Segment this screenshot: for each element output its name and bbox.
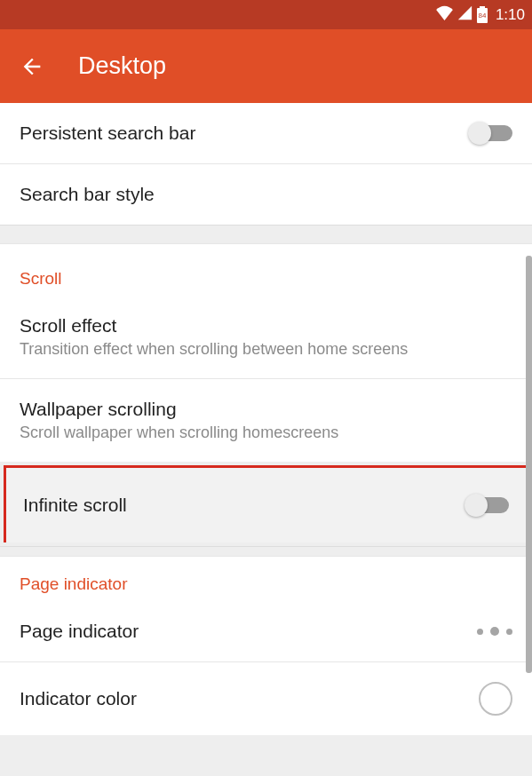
dot-icon xyxy=(506,629,512,635)
toggle-infinite-scroll[interactable] xyxy=(468,497,509,513)
settings-list: Persistent search bar Search bar style S… xyxy=(0,103,532,735)
section-gap xyxy=(0,546,532,557)
row-wallpaper-scrolling[interactable]: Wallpaper scrolling Scroll wallpaper whe… xyxy=(0,379,532,462)
svg-text:84: 84 xyxy=(478,12,486,20)
page-indicator-preview xyxy=(477,627,512,636)
row-subtitle: Transition effect when scrolling between… xyxy=(20,340,512,359)
row-title: Infinite scroll xyxy=(23,495,468,516)
row-persistent-search[interactable]: Persistent search bar xyxy=(0,103,532,164)
row-indicator-color[interactable]: Indicator color xyxy=(0,662,532,735)
row-title: Indicator color xyxy=(20,688,479,709)
svg-rect-1 xyxy=(480,6,485,9)
row-title: Wallpaper scrolling xyxy=(20,399,512,420)
toggle-knob xyxy=(468,122,491,145)
row-scroll-effect[interactable]: Scroll effect Transition effect when scr… xyxy=(0,296,532,379)
row-search-bar-style[interactable]: Search bar style xyxy=(0,164,532,225)
status-bar: 84 1:10 xyxy=(0,0,532,29)
dot-icon xyxy=(490,627,499,636)
section-header-scroll: Scroll xyxy=(0,244,532,296)
toggle-knob xyxy=(465,494,488,517)
row-title: Search bar style xyxy=(20,184,512,205)
section-gap xyxy=(0,225,532,244)
battery-icon: 84 xyxy=(476,6,488,24)
row-title: Persistent search bar xyxy=(20,123,472,144)
app-bar: Desktop xyxy=(0,29,532,103)
color-swatch xyxy=(479,682,512,716)
dot-icon xyxy=(477,629,483,635)
page-title: Desktop xyxy=(78,52,166,80)
scrollbar[interactable] xyxy=(526,256,532,673)
status-time: 1:10 xyxy=(496,6,525,24)
row-title: Page indicator xyxy=(20,621,477,642)
wifi-icon xyxy=(435,5,454,25)
cellular-icon xyxy=(457,5,472,25)
toggle-persistent-search[interactable] xyxy=(472,125,512,141)
back-icon[interactable] xyxy=(20,54,44,79)
row-title: Scroll effect xyxy=(20,315,512,337)
row-infinite-scroll[interactable]: Infinite scroll xyxy=(4,465,528,542)
section-header-page-indicator: Page indicator xyxy=(0,557,532,601)
row-page-indicator[interactable]: Page indicator xyxy=(0,601,532,662)
row-subtitle: Scroll wallpaper when scrolling homescre… xyxy=(20,424,512,442)
